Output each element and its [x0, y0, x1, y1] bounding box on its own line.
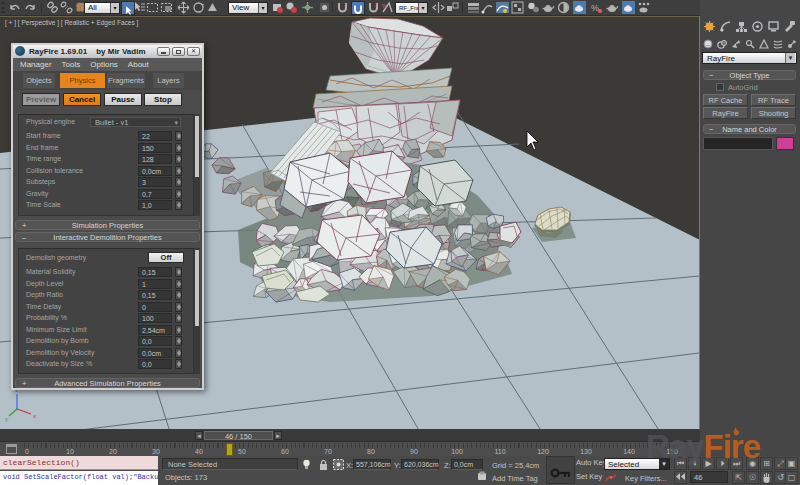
svg-text:y: y [5, 416, 8, 422]
svg-text:x: x [33, 413, 36, 419]
svg-text:3: 3 [344, 2, 347, 8]
svg-text:%: % [591, 3, 599, 13]
svg-text:%: % [382, 3, 387, 9]
svg-text:3: 3 [375, 2, 378, 8]
